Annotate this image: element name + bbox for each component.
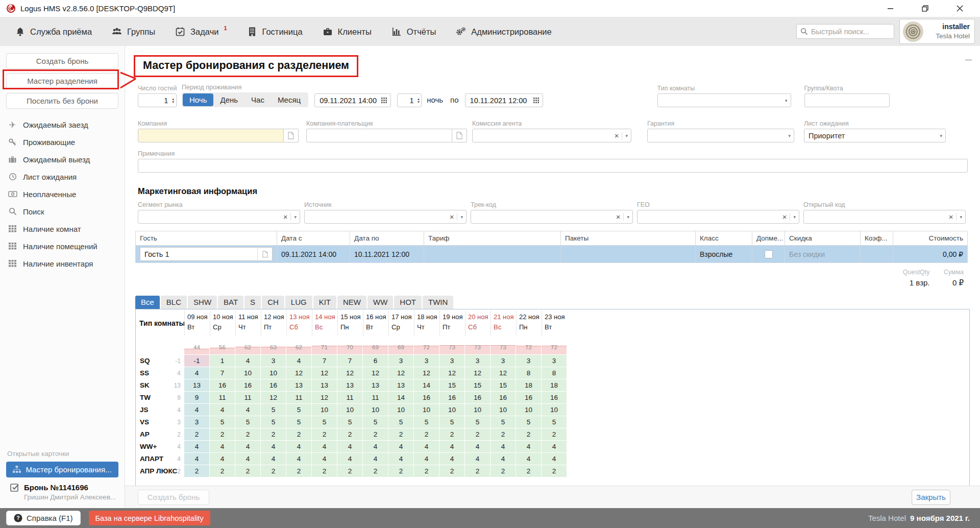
create-booking-submit-button[interactable]: Создать бронь: [138, 490, 209, 505]
guest-row[interactable]: 09.11.2021 14:00 10.11.2021 12:00 Взросл…: [136, 246, 968, 263]
nav-item-tasks[interactable]: Задачи1: [175, 26, 227, 37]
date-from-field[interactable]: 09.11.2021 14:00: [314, 93, 391, 107]
guest-class[interactable]: Взрослые: [696, 246, 752, 263]
sidebar-item-in-house[interactable]: Проживающие: [0, 133, 125, 151]
quick-search-box[interactable]: [796, 24, 894, 39]
tab-Все[interactable]: Все: [135, 296, 160, 309]
open-card-booking[interactable]: Бронь №1141696 Гришин Дмитрий Алексеев..…: [10, 483, 125, 501]
availability-cell: 9: [184, 392, 209, 403]
spin-down-icon[interactable]: ▼: [172, 101, 175, 104]
sidebar-item-room-availability[interactable]: Наличие комнат: [0, 220, 125, 237]
clear-icon[interactable]: ×: [612, 131, 622, 140]
sidebar-item-search[interactable]: Поиск: [0, 203, 125, 220]
split-wizard-button[interactable]: Мастер разделения: [6, 73, 118, 89]
tab-WW[interactable]: WW: [368, 296, 393, 309]
clear-icon[interactable]: ×: [614, 212, 623, 221]
nav-item-groups[interactable]: Задачи Группы: [111, 26, 155, 37]
avatar: [902, 21, 924, 42]
payer-company-input[interactable]: [306, 129, 452, 142]
tab-LUG[interactable]: LUG: [285, 296, 312, 309]
tab-S[interactable]: S: [244, 296, 261, 309]
spin-down-icon[interactable]: ▼: [417, 101, 420, 104]
help-button[interactable]: ? Справка (F1): [6, 511, 81, 525]
sidebar-item-waiting-list[interactable]: Лист ожидания: [0, 168, 125, 185]
clear-icon[interactable]: ×: [946, 212, 956, 221]
create-booking-button[interactable]: Создать бронь: [6, 53, 118, 69]
availability-cell: 3: [184, 416, 209, 428]
availability-cell: 4: [516, 441, 541, 452]
guest-column-8: Коэф...: [861, 231, 893, 246]
checkin-without-booking-button[interactable]: Поселить без брони: [6, 93, 118, 109]
nav-item-administration[interactable]: Администрирование: [455, 26, 551, 37]
grid-icon: [8, 224, 17, 233]
agent-commission-select[interactable]: × ▾: [472, 129, 631, 142]
marketing-select-4[interactable]: ×▾: [803, 210, 966, 224]
availability-cell: 10: [363, 404, 388, 416]
clear-icon[interactable]: ×: [780, 212, 790, 221]
tab-SHW[interactable]: SHW: [188, 296, 217, 309]
extra-bed-checkbox[interactable]: [765, 250, 773, 258]
guest-name-input[interactable]: [140, 248, 257, 260]
marketing-select-2[interactable]: ×▾: [471, 210, 633, 224]
search-input[interactable]: [811, 28, 890, 36]
guest-coef[interactable]: [861, 246, 893, 263]
guest-discount[interactable]: Без скидки: [785, 246, 861, 263]
guest-packages[interactable]: [561, 246, 696, 263]
collapse-icon[interactable]: [965, 59, 972, 61]
close-icon[interactable]: [954, 4, 965, 13]
sidebar-item-space-availability[interactable]: Наличие помещений: [0, 237, 125, 255]
close-button[interactable]: Закрыть: [912, 490, 950, 505]
room-type-select[interactable]: ▾: [657, 93, 791, 107]
clear-icon[interactable]: ×: [281, 212, 290, 221]
notes-input[interactable]: [138, 159, 968, 173]
group-quota-input[interactable]: [804, 93, 890, 107]
availability-cell: 12: [414, 367, 439, 379]
restore-button[interactable]: [920, 4, 930, 13]
user-menu[interactable]: installer Tesla Hotel: [899, 19, 975, 44]
tab-CH[interactable]: CH: [262, 296, 284, 309]
nav-label: Гостиница: [262, 26, 303, 37]
period-option-month[interactable]: Месяц: [271, 93, 307, 106]
nav-item-clients[interactable]: Клиенты: [322, 26, 372, 37]
checkbox-checked-icon: [10, 483, 19, 492]
sidebar-item-expected-arrival[interactable]: ✈ Ожидаемый заезд: [0, 116, 125, 133]
sidebar-item-inventory-availability[interactable]: Наличие инвентаря: [0, 255, 125, 272]
nights-count-stepper[interactable]: ▲▼: [397, 93, 422, 107]
date-to-field[interactable]: 10.11.2021 12:00: [465, 93, 543, 107]
availability-cell: 6: [363, 355, 388, 367]
minimize-button[interactable]: [885, 4, 895, 13]
marketing-select-0[interactable]: ×▾: [138, 210, 300, 224]
tab-HOT[interactable]: HOT: [394, 296, 422, 309]
period-option-hour[interactable]: Час: [244, 93, 271, 106]
clear-icon[interactable]: ×: [447, 212, 457, 221]
availability-cell: 5: [312, 416, 337, 428]
availability-date-header: 20 нояСб: [465, 310, 490, 336]
open-card-booking-wizard[interactable]: Мастер бронирования...: [6, 462, 118, 477]
tab-NEW[interactable]: NEW: [337, 296, 366, 309]
tab-BAT[interactable]: BAT: [218, 296, 243, 309]
tab-BLC[interactable]: BLC: [161, 296, 187, 309]
tab-TWIN[interactable]: TWIN: [423, 296, 453, 309]
guest-count-stepper[interactable]: ▲▼: [138, 93, 177, 107]
nav-item-front-office[interactable]: Служба приёма: [14, 26, 92, 37]
nav-item-reports[interactable]: Отчёты: [391, 26, 436, 37]
tab-KIT[interactable]: KIT: [313, 296, 336, 309]
period-option-night[interactable]: Ночь: [183, 93, 213, 106]
guest-count-input[interactable]: [138, 94, 170, 107]
guest-tariff[interactable]: [424, 246, 561, 263]
document-icon[interactable]: [452, 129, 467, 142]
database-server-button[interactable]: База на сервере Librahospitality: [89, 511, 210, 525]
document-icon[interactable]: [284, 129, 299, 142]
booking-number: Бронь №1141696: [24, 483, 88, 492]
sidebar-item-expected-departure[interactable]: Ожидаемый выезд: [0, 151, 125, 168]
marketing-select-3[interactable]: ×▾: [637, 210, 799, 224]
nights-count-input[interactable]: [398, 94, 416, 107]
nav-item-hotel[interactable]: Гостиница: [247, 26, 303, 37]
marketing-select-1[interactable]: ×▾: [304, 210, 467, 224]
company-input[interactable]: [138, 129, 284, 142]
document-icon[interactable]: [257, 248, 272, 260]
guarantee-select[interactable]: ▾: [647, 129, 794, 142]
sidebar-item-unpaid[interactable]: Неоплаченные: [0, 185, 125, 203]
waitlist-select[interactable]: Приоритет ▾: [804, 129, 946, 142]
period-option-day[interactable]: День: [213, 93, 244, 106]
